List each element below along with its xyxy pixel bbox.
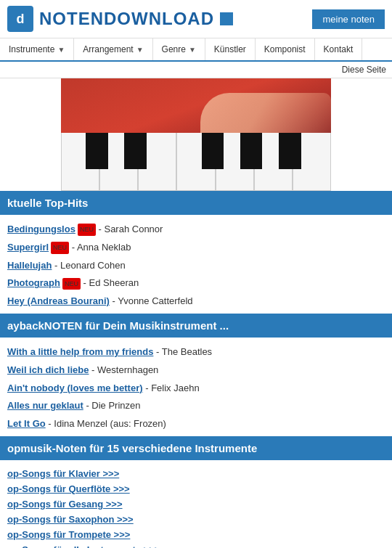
nav-label-arrangement: Arrangement xyxy=(83,44,133,54)
chevron-down-icon: ▼ xyxy=(136,46,144,54)
piano-key xyxy=(176,133,215,191)
playback-artist-2: - Westernhagen xyxy=(91,364,158,375)
nav-label-instrumente: Instrumente xyxy=(9,44,54,54)
list-item: With a little help from my friends - The… xyxy=(7,343,385,361)
list-item: Ain't nobody (loves me better) - Felix J… xyxy=(7,380,385,398)
list-item: Let It Go - Idina Menzel (aus: Frozen) xyxy=(7,415,385,433)
nav-label-genre: Genre xyxy=(162,44,186,54)
instruments-title: opmusik-Noten für 15 verschiedene Instru… xyxy=(7,442,257,454)
playback-link-1[interactable]: With a little help from my friends xyxy=(7,346,153,357)
list-item: PhotographNEU - Ed Sheeran xyxy=(7,274,385,293)
black-key xyxy=(86,133,108,169)
instruments-header: opmusik-Noten für 15 verschiedene Instru… xyxy=(0,436,392,460)
playback-title: aybackNOTEN für Dein Musikinstrument ... xyxy=(7,319,229,332)
list-item: Hey (Andreas Bourani) - Yvonne Catterfel… xyxy=(7,293,385,311)
nav-label-kuenstler: Künstler xyxy=(214,44,246,54)
black-key xyxy=(240,133,263,169)
playback-list: With a little help from my friends - The… xyxy=(0,338,392,436)
diese-seite-label: Diese Seite xyxy=(342,65,386,75)
top-hit-link-1[interactable]: Bedingungslos xyxy=(7,224,75,234)
list-item: Weil ich dich liebe - Westernhagen xyxy=(7,361,385,380)
hero-piano-keys xyxy=(61,133,331,191)
header-right: meine noten xyxy=(312,9,385,29)
instrument-link-trompete[interactable]: op-Songs für Trompete >>> xyxy=(7,527,385,542)
top-hit-link-5[interactable]: Hey (Andreas Bourani) xyxy=(7,295,110,306)
hero-image xyxy=(61,78,331,191)
header: d NOTENDOWNLOAD meine noten xyxy=(0,0,392,38)
artist-text-3: - Leonard Cohen xyxy=(54,260,126,271)
playback-link-5[interactable]: Let It Go xyxy=(7,418,46,429)
playback-header: aybackNOTEN für Dein Musikinstrument ... xyxy=(0,314,392,338)
nav-item-kuenstler[interactable]: Künstler xyxy=(205,38,256,60)
playback-artist-3: - Felix Jaehn xyxy=(145,383,199,393)
nav-item-komponist[interactable]: Komponist xyxy=(256,38,315,60)
instrument-link-alle[interactable]: op-Songs für alle Instrumente >>> xyxy=(7,542,385,548)
logo-icon: d xyxy=(7,6,33,32)
logo-square xyxy=(220,12,233,25)
logo-text: NOTENDOWNLOAD xyxy=(39,9,214,29)
playback-artist-1: - The Beatles xyxy=(156,346,212,357)
meine-noten-button[interactable]: meine noten xyxy=(312,9,385,29)
chevron-down-icon: ▼ xyxy=(189,46,196,54)
chevron-down-icon: ▼ xyxy=(57,46,65,54)
top-hit-link-4[interactable]: Photograph xyxy=(7,277,60,288)
list-item: BedingungslosNEU - Sarah Connor xyxy=(7,221,385,239)
instrument-link-querflote[interactable]: op-Songs für Querflöte >>> xyxy=(7,481,385,496)
black-key xyxy=(279,133,301,169)
top-hits-list: BedingungslosNEU - Sarah Connor Supergir… xyxy=(0,215,392,314)
playback-link-4[interactable]: Alles nur geklaut xyxy=(7,400,83,411)
piano-key xyxy=(61,133,99,191)
instrument-link-klavier[interactable]: op-Songs für Klavier >>> xyxy=(7,466,385,481)
badge-neu: NEU xyxy=(78,224,96,235)
list-item: Hallelujah - Leonard Cohen xyxy=(7,257,385,275)
playback-artist-5: - Idina Menzel (aus: Frozen) xyxy=(48,418,166,429)
top-hit-link-3[interactable]: Hallelujah xyxy=(7,260,52,271)
list-item: Alles nur geklaut - Die Prinzen xyxy=(7,397,385,415)
nav-item-arrangement[interactable]: Arrangement ▼ xyxy=(74,38,152,60)
top-hits-header: ktuelle Top-Hits xyxy=(0,191,392,215)
top-hit-link-2[interactable]: Supergirl xyxy=(7,242,49,253)
nav-item-kontakt[interactable]: Kontakt xyxy=(315,38,363,60)
diese-seite-bar: Diese Seite xyxy=(0,62,392,78)
logo-letter: d xyxy=(17,12,25,27)
list-item: SupergirlNEU - Anna Neklab xyxy=(7,239,385,257)
top-hits-title: ktuelle Top-Hits xyxy=(7,197,88,209)
playback-artist-4: - Die Prinzen xyxy=(86,400,140,411)
instrument-link-saxophon[interactable]: op-Songs für Saxophon >>> xyxy=(7,512,385,527)
nav-item-genre[interactable]: Genre ▼ xyxy=(153,38,205,60)
badge-neu: NEU xyxy=(51,242,69,253)
nav-label-komponist: Komponist xyxy=(264,44,306,54)
artist-text-5: - Yvonne Catterfeld xyxy=(113,295,193,306)
instrument-link-gesang[interactable]: op-Songs für Gesang >>> xyxy=(7,496,385,512)
black-key xyxy=(124,133,147,169)
instrument-links-list: op-Songs für Klavier >>> op-Songs für Qu… xyxy=(0,460,392,548)
badge-neu: NEU xyxy=(62,278,81,290)
artist-text-1: - Sarah Connor xyxy=(99,224,163,234)
main-nav: Instrumente ▼ Arrangement ▼ Genre ▼ Küns… xyxy=(0,38,392,62)
black-key xyxy=(202,133,224,169)
nav-label-kontakt: Kontakt xyxy=(324,44,354,54)
artist-text-4: - Ed Sheeran xyxy=(83,277,139,288)
playback-link-2[interactable]: Weil ich dich liebe xyxy=(7,364,89,375)
playback-link-3[interactable]: Ain't nobody (loves me better) xyxy=(7,383,143,393)
nav-item-instrumente[interactable]: Instrumente ▼ xyxy=(0,38,74,60)
artist-text-2: - Anna Neklab xyxy=(72,242,131,253)
